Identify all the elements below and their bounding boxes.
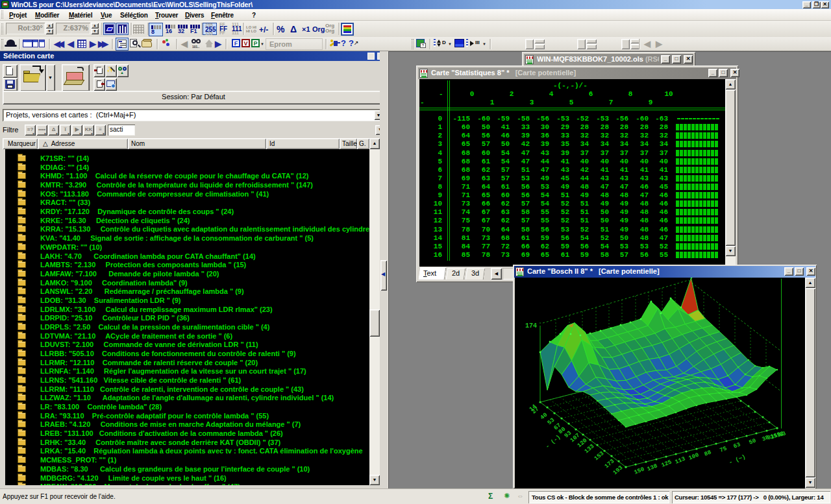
svg-text:174: 174 (525, 322, 537, 330)
